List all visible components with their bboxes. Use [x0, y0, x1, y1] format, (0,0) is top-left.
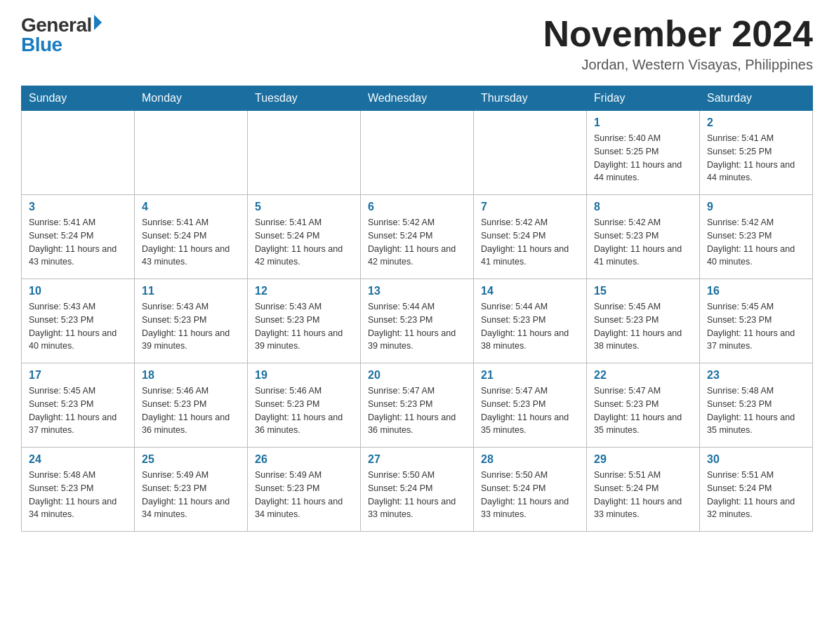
day-number: 10 — [29, 285, 127, 297]
logo: General Blue — [21, 14, 102, 56]
calendar-cell: 20Sunrise: 5:47 AM Sunset: 5:23 PM Dayli… — [361, 363, 474, 448]
calendar-cell: 24Sunrise: 5:48 AM Sunset: 5:23 PM Dayli… — [22, 448, 135, 532]
day-number: 30 — [707, 453, 805, 466]
day-info: Sunrise: 5:43 AM Sunset: 5:23 PM Dayligh… — [142, 300, 240, 353]
header-row: Sunday Monday Tuesday Wednesday Thursday… — [22, 86, 813, 111]
calendar-cell: 9Sunrise: 5:42 AM Sunset: 5:23 PM Daylig… — [700, 195, 813, 279]
day-number: 21 — [481, 369, 579, 382]
day-info: Sunrise: 5:43 AM Sunset: 5:23 PM Dayligh… — [29, 300, 127, 353]
day-number: 14 — [481, 285, 579, 297]
day-info: Sunrise: 5:51 AM Sunset: 5:24 PM Dayligh… — [707, 469, 805, 521]
day-info: Sunrise: 5:50 AM Sunset: 5:24 PM Dayligh… — [368, 469, 466, 521]
day-number: 4 — [142, 201, 240, 213]
day-number: 23 — [707, 369, 805, 382]
calendar-cell: 29Sunrise: 5:51 AM Sunset: 5:24 PM Dayli… — [587, 448, 700, 532]
day-info: Sunrise: 5:41 AM Sunset: 5:24 PM Dayligh… — [29, 216, 127, 269]
day-number: 29 — [594, 453, 692, 466]
day-info: Sunrise: 5:40 AM Sunset: 5:25 PM Dayligh… — [594, 132, 692, 185]
week-row-3: 10Sunrise: 5:43 AM Sunset: 5:23 PM Dayli… — [22, 279, 813, 363]
day-number: 16 — [707, 285, 805, 297]
col-friday: Friday — [587, 86, 700, 111]
day-info: Sunrise: 5:41 AM Sunset: 5:25 PM Dayligh… — [707, 132, 805, 185]
day-number: 22 — [594, 369, 692, 382]
day-number: 8 — [594, 201, 692, 213]
calendar-cell — [135, 111, 248, 195]
day-info: Sunrise: 5:42 AM Sunset: 5:24 PM Dayligh… — [481, 216, 579, 269]
day-info: Sunrise: 5:46 AM Sunset: 5:23 PM Dayligh… — [142, 384, 240, 437]
col-thursday: Thursday — [474, 86, 587, 111]
col-saturday: Saturday — [700, 86, 813, 111]
calendar-cell: 22Sunrise: 5:47 AM Sunset: 5:23 PM Dayli… — [587, 363, 700, 448]
calendar-cell: 6Sunrise: 5:42 AM Sunset: 5:24 PM Daylig… — [361, 195, 474, 279]
day-number: 9 — [707, 201, 805, 213]
calendar-cell: 17Sunrise: 5:45 AM Sunset: 5:23 PM Dayli… — [22, 363, 135, 448]
day-info: Sunrise: 5:46 AM Sunset: 5:23 PM Dayligh… — [255, 384, 353, 437]
calendar-cell: 11Sunrise: 5:43 AM Sunset: 5:23 PM Dayli… — [135, 279, 248, 363]
col-monday: Monday — [135, 86, 248, 111]
calendar-cell: 7Sunrise: 5:42 AM Sunset: 5:24 PM Daylig… — [474, 195, 587, 279]
col-wednesday: Wednesday — [361, 86, 474, 111]
calendar-cell: 10Sunrise: 5:43 AM Sunset: 5:23 PM Dayli… — [22, 279, 135, 363]
week-row-5: 24Sunrise: 5:48 AM Sunset: 5:23 PM Dayli… — [22, 448, 813, 532]
day-number: 11 — [142, 285, 240, 297]
calendar-cell: 21Sunrise: 5:47 AM Sunset: 5:23 PM Dayli… — [474, 363, 587, 448]
week-row-4: 17Sunrise: 5:45 AM Sunset: 5:23 PM Dayli… — [22, 363, 813, 448]
day-number: 26 — [255, 453, 353, 466]
day-number: 6 — [368, 201, 466, 213]
calendar-cell: 30Sunrise: 5:51 AM Sunset: 5:24 PM Dayli… — [700, 448, 813, 532]
calendar-cell — [248, 111, 361, 195]
day-number: 2 — [707, 116, 805, 129]
day-number: 27 — [368, 453, 466, 466]
col-tuesday: Tuesday — [248, 86, 361, 111]
calendar-cell — [22, 111, 135, 195]
calendar-cell: 14Sunrise: 5:44 AM Sunset: 5:23 PM Dayli… — [474, 279, 587, 363]
calendar-cell: 19Sunrise: 5:46 AM Sunset: 5:23 PM Dayli… — [248, 363, 361, 448]
day-info: Sunrise: 5:45 AM Sunset: 5:23 PM Dayligh… — [594, 300, 692, 353]
title-area: November 2024 Jordan, Western Visayas, P… — [543, 14, 813, 73]
calendar-cell: 3Sunrise: 5:41 AM Sunset: 5:24 PM Daylig… — [22, 195, 135, 279]
day-number: 28 — [481, 453, 579, 466]
day-number: 17 — [29, 369, 127, 382]
day-number: 20 — [368, 369, 466, 382]
day-info: Sunrise: 5:45 AM Sunset: 5:23 PM Dayligh… — [707, 300, 805, 353]
day-info: Sunrise: 5:41 AM Sunset: 5:24 PM Dayligh… — [255, 216, 353, 269]
calendar-cell: 27Sunrise: 5:50 AM Sunset: 5:24 PM Dayli… — [361, 448, 474, 532]
calendar-cell: 8Sunrise: 5:42 AM Sunset: 5:23 PM Daylig… — [587, 195, 700, 279]
calendar-cell: 18Sunrise: 5:46 AM Sunset: 5:23 PM Dayli… — [135, 363, 248, 448]
calendar-cell: 16Sunrise: 5:45 AM Sunset: 5:23 PM Dayli… — [700, 279, 813, 363]
calendar-cell — [474, 111, 587, 195]
calendar-cell: 12Sunrise: 5:43 AM Sunset: 5:23 PM Dayli… — [248, 279, 361, 363]
calendar-subtitle: Jordan, Western Visayas, Philippines — [543, 57, 813, 73]
day-number: 7 — [481, 201, 579, 213]
calendar-cell: 28Sunrise: 5:50 AM Sunset: 5:24 PM Dayli… — [474, 448, 587, 532]
day-number: 25 — [142, 453, 240, 466]
day-number: 1 — [594, 116, 692, 129]
day-info: Sunrise: 5:49 AM Sunset: 5:23 PM Dayligh… — [142, 469, 240, 521]
day-info: Sunrise: 5:42 AM Sunset: 5:23 PM Dayligh… — [707, 216, 805, 269]
day-info: Sunrise: 5:44 AM Sunset: 5:23 PM Dayligh… — [481, 300, 579, 353]
day-info: Sunrise: 5:49 AM Sunset: 5:23 PM Dayligh… — [255, 469, 353, 521]
day-number: 5 — [255, 201, 353, 213]
day-number: 3 — [29, 201, 127, 213]
logo-arrow-icon — [94, 15, 102, 30]
day-info: Sunrise: 5:42 AM Sunset: 5:23 PM Dayligh… — [594, 216, 692, 269]
day-info: Sunrise: 5:50 AM Sunset: 5:24 PM Dayligh… — [481, 469, 579, 521]
day-info: Sunrise: 5:47 AM Sunset: 5:23 PM Dayligh… — [368, 384, 466, 437]
day-number: 13 — [368, 285, 466, 297]
day-info: Sunrise: 5:42 AM Sunset: 5:24 PM Dayligh… — [368, 216, 466, 269]
day-info: Sunrise: 5:41 AM Sunset: 5:24 PM Dayligh… — [142, 216, 240, 269]
calendar-cell: 26Sunrise: 5:49 AM Sunset: 5:23 PM Dayli… — [248, 448, 361, 532]
day-number: 24 — [29, 453, 127, 466]
calendar-cell: 2Sunrise: 5:41 AM Sunset: 5:25 PM Daylig… — [700, 111, 813, 195]
day-number: 12 — [255, 285, 353, 297]
day-number: 19 — [255, 369, 353, 382]
calendar-cell: 15Sunrise: 5:45 AM Sunset: 5:23 PM Dayli… — [587, 279, 700, 363]
day-info: Sunrise: 5:48 AM Sunset: 5:23 PM Dayligh… — [29, 469, 127, 521]
day-info: Sunrise: 5:51 AM Sunset: 5:24 PM Dayligh… — [594, 469, 692, 521]
day-info: Sunrise: 5:47 AM Sunset: 5:23 PM Dayligh… — [594, 384, 692, 437]
calendar-cell: 5Sunrise: 5:41 AM Sunset: 5:24 PM Daylig… — [248, 195, 361, 279]
day-info: Sunrise: 5:44 AM Sunset: 5:23 PM Dayligh… — [368, 300, 466, 353]
logo-blue-text: Blue — [21, 34, 62, 56]
day-info: Sunrise: 5:43 AM Sunset: 5:23 PM Dayligh… — [255, 300, 353, 353]
calendar-cell: 1Sunrise: 5:40 AM Sunset: 5:25 PM Daylig… — [587, 111, 700, 195]
